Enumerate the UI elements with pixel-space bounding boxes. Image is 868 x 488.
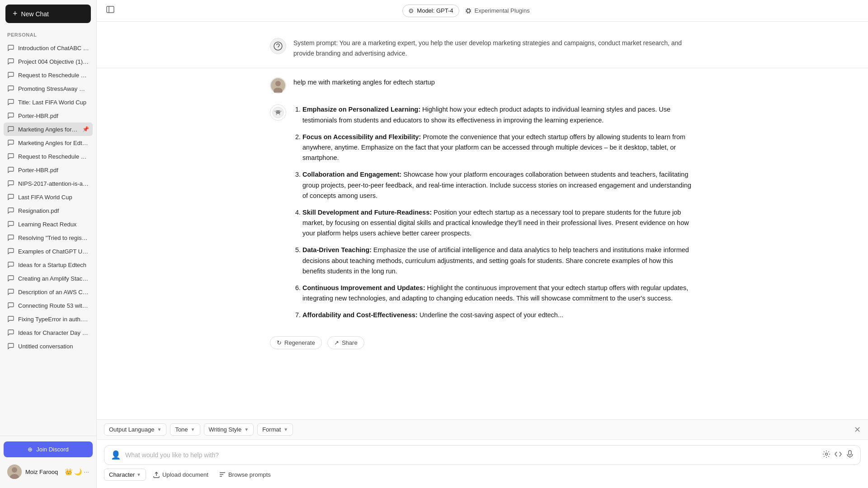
chat-icon	[7, 221, 14, 228]
sidebar-item-label: Introduction of ChatABC - Th...	[18, 45, 89, 52]
system-message-content: System prompt: You are a marketing exper…	[293, 38, 695, 59]
sidebar-item-label: Ideas for a Startup Edtech	[18, 262, 89, 268]
sidebar-item-porter-hbr[interactable]: Porter-HBR.pdf	[4, 109, 93, 122]
sidebar-item-last-fifa[interactable]: Last FIFA World Cup	[4, 190, 93, 204]
sidebar-item-reschedule-meet[interactable]: Request to Reschedule Meeti...	[4, 150, 93, 163]
experimental-plugins-button[interactable]: Experimental Plugins	[465, 7, 530, 14]
microphone-button[interactable]	[846, 450, 854, 460]
sidebar-item-porter-hbr-2[interactable]: Porter-HBR.pdf	[4, 163, 93, 177]
chat-icon	[7, 44, 14, 52]
ai-message-content: Emphasize on Personalized Learning: High…	[293, 104, 695, 327]
writing-style-dropdown[interactable]: Writing Style ▼	[204, 423, 254, 436]
ai-list-item: Emphasize on Personalized Learning: High…	[302, 104, 695, 125]
chat-icon	[7, 85, 14, 92]
chat-icon	[7, 343, 14, 350]
user-message-avatar	[270, 77, 286, 94]
system-text: System prompt: You are a marketing exper…	[293, 39, 682, 57]
ai-list-item: Focus on Accessibility and Flexibility: …	[302, 132, 695, 164]
regenerate-label: Regenerate	[284, 339, 315, 346]
ai-item-title: Focus on Accessibility and Flexibility:	[302, 133, 421, 141]
user-badges: 👑 🌙 ···	[65, 468, 89, 475]
gear-icon: ⚙	[408, 7, 414, 14]
sidebar-item-examples-chatgpt[interactable]: Examples of ChatGPT Use Ca...	[4, 244, 93, 258]
chat-icon	[7, 99, 14, 106]
sidebar-item-ideas-character[interactable]: Ideas for Character Day Cost...	[4, 326, 93, 339]
sidebar-item-marketing-angles-2[interactable]: Marketing Angles for Edtech ...	[4, 136, 93, 150]
sidebar-bottom: ⊕ Join Discord Moiz Farooq 👑 🌙 ···	[0, 436, 96, 488]
character-dropdown[interactable]: Character ▼	[104, 469, 146, 481]
sidebar-item-reschedule-tomo[interactable]: Request to Reschedule Tomo...	[4, 68, 93, 82]
join-discord-button[interactable]: ⊕ Join Discord	[4, 441, 93, 457]
ai-list-item: Collaboration and Engagement: Showcase h…	[302, 169, 695, 201]
sidebar-item-resignation-pdf[interactable]: Resignation.pdf	[4, 204, 93, 217]
share-button[interactable]: ↗ Share	[327, 336, 364, 349]
input-bottom: Character ▼ Upload document Browse promp…	[104, 465, 861, 481]
sidebar-item-label: Learning React Redux	[18, 221, 89, 228]
chat-icon	[7, 112, 14, 119]
input-box: 👤	[104, 445, 861, 465]
regenerate-button[interactable]: ↻ Regenerate	[270, 336, 322, 349]
ai-response-list: Emphasize on Personalized Learning: High…	[293, 104, 695, 320]
more-options-icon[interactable]: ···	[84, 468, 89, 475]
topbar-left	[104, 3, 117, 18]
sidebar-item-creating-amplify[interactable]: Creating an Amplify Stack us...	[4, 272, 93, 285]
svg-point-7	[275, 81, 281, 86]
ai-list-item: Skill Development and Future-Readiness: …	[302, 207, 695, 239]
sidebar-item-description-aws[interactable]: Description of an AWS CDK c...	[4, 285, 93, 299]
sidebar-item-label: Request to Reschedule Tomo...	[18, 72, 89, 79]
sidebar-item-label: Fixing TypeError in auth.js mi...	[18, 316, 89, 323]
chevron-down-icon: ▼	[157, 427, 161, 432]
sidebar-item-resolving-tried[interactable]: Resolving "Tried to register t...	[4, 231, 93, 244]
sidebar-item-untitled[interactable]: Untitled conversation	[4, 339, 93, 353]
chat-input[interactable]	[125, 451, 818, 459]
chat-icon	[7, 139, 14, 146]
chat-icon	[7, 261, 14, 268]
input-area: 👤	[97, 440, 868, 488]
browse-prompts-button[interactable]: Browse prompts	[216, 469, 274, 480]
person-icon[interactable]: 👤	[111, 450, 121, 460]
sidebar-toggle-button[interactable]	[104, 3, 117, 18]
sidebar-item-label: Promoting StressAway Medit...	[18, 85, 89, 92]
sidebar-item-label: Last FIFA World Cup	[18, 194, 89, 201]
regenerate-icon: ↻	[277, 339, 282, 346]
settings-icon-button[interactable]	[822, 450, 830, 460]
writing-style-label: Writing Style	[209, 426, 242, 433]
chat-icon	[7, 275, 14, 282]
user-profile[interactable]: Moiz Farooq 👑 🌙 ···	[4, 461, 93, 483]
share-icon: ↗	[334, 339, 339, 346]
sidebar-item-nips-2017[interactable]: NIPS-2017-attention-is-all-yo...	[4, 177, 93, 190]
moon-icon: 🌙	[74, 468, 82, 475]
output-language-dropdown[interactable]: Output Language ▼	[104, 423, 166, 436]
sidebar-item-title-fifa[interactable]: Title: Last FIFA World Cup	[4, 95, 93, 109]
format-dropdown[interactable]: Format ▼	[257, 423, 293, 436]
section-label: PERSONAL	[0, 28, 96, 39]
new-chat-button[interactable]: + New Chat	[5, 5, 91, 23]
sidebar-item-promoting-stress[interactable]: Promoting StressAway Medit...	[4, 82, 93, 95]
ai-list-item: Continuous Improvement and Updates: High…	[302, 283, 695, 304]
new-chat-label: New Chat	[21, 10, 49, 18]
sidebar-item-ideas-startup[interactable]: Ideas for a Startup Edtech	[4, 258, 93, 272]
tone-label: Tone	[175, 426, 188, 433]
model-badge[interactable]: ⚙ Model: GPT-4	[402, 5, 459, 17]
sidebar-item-label: Title: Last FIFA World Cup	[18, 99, 89, 106]
system-avatar	[270, 38, 286, 54]
chat-icon	[7, 166, 14, 174]
sidebar-item-learning-react[interactable]: Learning React Redux	[4, 217, 93, 231]
chat-icon	[7, 58, 14, 65]
sidebar-item-intro-chatabc[interactable]: Introduction of ChatABC - Th...	[4, 41, 93, 55]
input-tools	[822, 450, 854, 460]
code-icon-button[interactable]	[834, 450, 842, 460]
close-options-button[interactable]: ✕	[854, 425, 861, 435]
sidebar-item-fixing-typeerror[interactable]: Fixing TypeError in auth.js mi...	[4, 312, 93, 326]
sidebar-item-label: Creating an Amplify Stack us...	[18, 275, 89, 282]
format-label: Format	[262, 426, 281, 433]
sidebar-item-connecting-route[interactable]: Connecting Route 53 with A...	[4, 299, 93, 312]
chat-area[interactable]: System prompt: You are a marketing exper…	[97, 22, 868, 419]
chevron-down-icon-5: ▼	[137, 472, 141, 477]
svg-rect-13	[849, 450, 851, 455]
sidebar-item-project-pdf[interactable]: Project 004 Objective (1).pdf	[4, 55, 93, 68]
sidebar-item-marketing-angles-active[interactable]: Marketing Angles for Edtech ... 📌	[4, 122, 93, 136]
bottom-section: Output Language ▼ Tone ▼ Writing Style ▼…	[97, 419, 868, 488]
tone-dropdown[interactable]: Tone ▼	[170, 423, 200, 436]
upload-document-button[interactable]: Upload document	[150, 469, 212, 480]
